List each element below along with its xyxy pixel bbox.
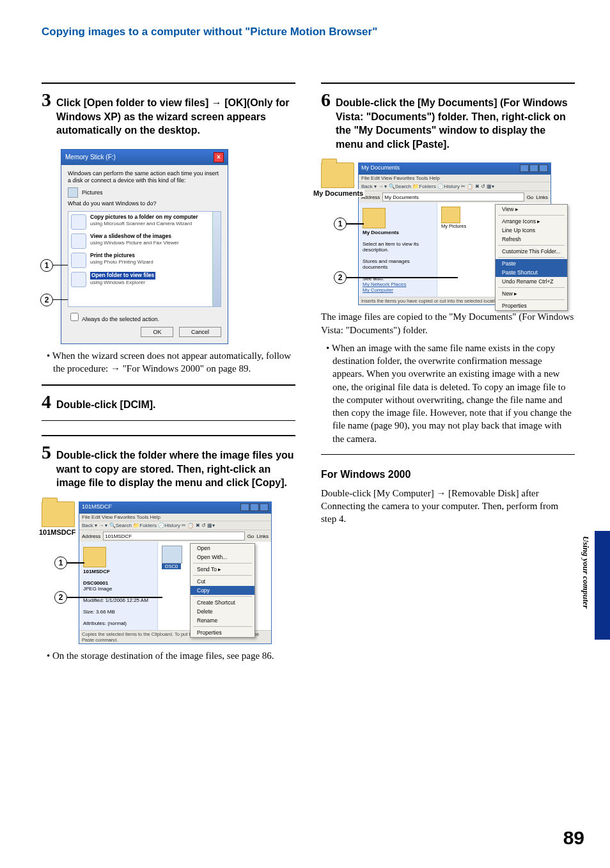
- ok-button[interactable]: OK: [141, 327, 173, 337]
- section-tab-label: Using your computer: [581, 536, 591, 608]
- context-menu-item[interactable]: Paste Shortcut: [496, 268, 567, 277]
- menu-bar[interactable]: File Edit View Favorites Tools Help: [359, 175, 551, 182]
- context-menu-item[interactable]: Open: [191, 544, 254, 553]
- step-number: 4: [42, 392, 51, 411]
- for-windows-2000-paragraph: Double-click [My Computer] → [Removable …: [321, 487, 575, 526]
- step-number: 5: [42, 443, 51, 462]
- context-menu[interactable]: View ▸Arrange Icons ▸Line Up IconsRefres…: [495, 204, 568, 311]
- callout-line: [346, 223, 364, 225]
- window-title: My Documents: [361, 164, 400, 173]
- window-buttons[interactable]: [519, 164, 548, 173]
- context-menu-item[interactable]: Cut: [191, 577, 254, 586]
- file-thumbnail[interactable]: [162, 546, 182, 564]
- file-type-label: Pictures: [82, 189, 103, 196]
- action-sub: using Microsoft Scanner and Camera Wizar…: [90, 221, 192, 226]
- side-filename: DSC00001: [83, 580, 108, 586]
- divider: [42, 420, 295, 421]
- dialog-title: Memory Stick (F:): [65, 154, 116, 161]
- context-menu-item[interactable]: Rename: [191, 616, 254, 625]
- context-menu-item[interactable]: Refresh: [496, 235, 567, 244]
- window-buttons[interactable]: [240, 503, 269, 512]
- explorer-window: My Documents File Edit View Favorites To…: [358, 162, 551, 305]
- context-menu-item[interactable]: Arrange Icons ▸: [496, 217, 567, 226]
- context-menu-item[interactable]: Properties: [191, 628, 254, 637]
- divider: [42, 83, 295, 84]
- step-4: 4 Double-click [DCIM].: [42, 395, 295, 412]
- context-menu-item[interactable]: Delete: [191, 607, 254, 616]
- address-input[interactable]: [382, 193, 524, 201]
- step-text: Double-click [DCIM].: [56, 398, 295, 412]
- go-button[interactable]: Go: [247, 533, 254, 539]
- action-sub: using Photo Printing Wizard: [90, 259, 153, 265]
- divider: [42, 435, 295, 436]
- toolbar[interactable]: Back ▾ → ▾ 🔍Search 📁Folders 🕘History ✂ 📋…: [359, 182, 551, 191]
- dialog-prompt: What do you want Windows to do?: [68, 200, 221, 207]
- side-link-netplaces[interactable]: My Network Places: [363, 281, 406, 287]
- file-area[interactable]: DSC0 OpenOpen With...Send To ▸CutCopyCre…: [158, 542, 271, 630]
- divider: [321, 454, 575, 455]
- step-text: Double-click the [My Documents] (For Win…: [336, 96, 575, 151]
- context-menu-item[interactable]: Send To ▸: [191, 565, 254, 574]
- step-text: Click [Open folder to view files] → [OK]…: [56, 96, 295, 138]
- always-do-checkbox[interactable]: Always do the selected action.: [68, 311, 221, 323]
- dialog-intro: Windows can perform the same action each…: [68, 170, 221, 184]
- context-menu-item[interactable]: Properties: [496, 301, 567, 310]
- context-menu-item[interactable]: New ▸: [496, 289, 567, 298]
- checkbox[interactable]: [70, 313, 79, 321]
- step-6: 6 Double-click the [My Documents] (For W…: [321, 93, 575, 151]
- go-button[interactable]: Go: [527, 194, 534, 200]
- context-menu-item[interactable]: View ▸: [496, 205, 567, 214]
- callout-line: [66, 562, 84, 564]
- side-modified: Modified: 1/1/2006 12:25 AM: [83, 597, 148, 603]
- menu-bar[interactable]: File Edit View Favorites Tools Help: [79, 514, 271, 521]
- links-label: Links: [536, 194, 548, 200]
- toolbar[interactable]: Back ▾ → ▾ 🔍Search 📁Folders 🕘History ✂ 📋…: [79, 521, 271, 530]
- for-windows-2000-heading: For Windows 2000: [321, 469, 575, 480]
- step-5-note: • On the storage destination of the imag…: [53, 649, 295, 662]
- side-link-mycomputer[interactable]: My Computer: [363, 287, 393, 293]
- action-title: Copy pictures to a folder on my computer: [90, 214, 198, 221]
- context-menu-item[interactable]: Customize This Folder...: [496, 247, 567, 256]
- action-sub: using Windows Picture and Fax Viewer: [90, 240, 179, 246]
- window-titlebar: 101MSDCF: [79, 502, 271, 514]
- address-bar[interactable]: Address Go Links: [359, 191, 551, 203]
- action-title: View a slideshow of the images: [90, 233, 179, 240]
- step-number: 3: [42, 90, 51, 109]
- address-bar[interactable]: Address Go Links: [79, 530, 271, 542]
- autoplay-dialog: Memory Stick (F:) × Windows can perform …: [61, 149, 228, 344]
- wizard-icon: [71, 214, 86, 230]
- result-paragraph: The image files are copied to the "My Do…: [321, 310, 575, 336]
- step-5: 5 Double-click the folder where the imag…: [42, 445, 295, 490]
- window-titlebar: My Documents: [359, 163, 551, 175]
- side-title: 101MSDCF: [83, 569, 110, 574]
- section-tab: [595, 531, 610, 640]
- side-attrs: Attributes: (normal): [83, 620, 127, 626]
- explorer-paste-screenshot: My Documents 1 2 My Documents File Edit …: [321, 162, 575, 305]
- autoplay-dialog-screenshot: 1 2 Memory Stick (F:) × Windows can perf…: [61, 149, 295, 344]
- address-input[interactable]: [103, 532, 244, 541]
- context-menu-item[interactable]: Create Shortcut: [191, 598, 254, 607]
- context-menu-item[interactable]: Paste: [496, 259, 567, 268]
- step-3-note: • When the wizard screen does not appear…: [53, 349, 295, 375]
- context-menu-item[interactable]: Undo Rename Ctrl+Z: [496, 277, 567, 286]
- step-text: Double-click the folder where the image …: [56, 448, 295, 490]
- file-area[interactable]: My Pictures View ▸Arrange Icons ▸Line Up…: [437, 203, 551, 297]
- close-icon[interactable]: ×: [214, 152, 224, 162]
- context-menu-item[interactable]: Copy: [191, 586, 254, 595]
- slideshow-icon: [71, 233, 86, 249]
- callout-1: 1: [334, 217, 347, 230]
- context-menu-item[interactable]: Open With...: [191, 553, 254, 562]
- callout-2: 2: [54, 591, 67, 604]
- folder-big-icon: [42, 501, 75, 527]
- address-label: Address: [82, 533, 100, 539]
- action-list[interactable]: Copy pictures to a folder on my computer…: [68, 211, 221, 307]
- context-menu-item[interactable]: Line Up Icons: [496, 226, 567, 235]
- cancel-button[interactable]: Cancel: [179, 327, 221, 337]
- dialog-titlebar: Memory Stick (F:) ×: [61, 150, 228, 165]
- context-menu[interactable]: OpenOpen With...Send To ▸CutCopyCreate S…: [190, 543, 255, 638]
- side-desc1: Select an item to view its description.: [363, 241, 419, 253]
- page-header: Copying images to a computer without "Pi…: [42, 26, 575, 38]
- side-filetype: JPEG Image: [83, 586, 112, 592]
- mypictures-folder-icon[interactable]: [441, 207, 460, 223]
- thumb-icon: [363, 208, 386, 228]
